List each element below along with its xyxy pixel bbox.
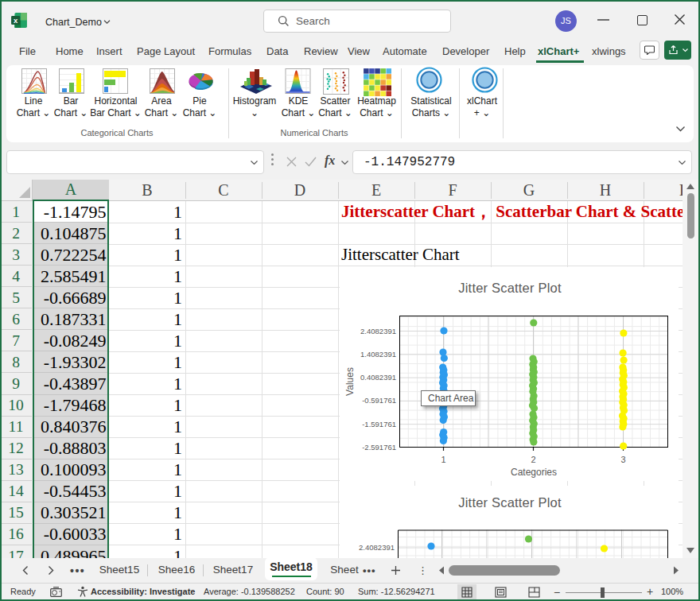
svg-text:Values: Values (344, 367, 356, 396)
svg-text:2: 2 (531, 455, 535, 464)
svg-text:0.4082391: 0.4082391 (360, 373, 396, 382)
svg-text:-0.591761: -0.591761 (362, 396, 396, 405)
svg-text:Categories: Categories (511, 467, 557, 478)
svg-text:1.4082391: 1.4082391 (360, 350, 396, 359)
svg-text:-2.591761: -2.591761 (362, 443, 396, 452)
svg-text:Jitter Scatter Plot: Jitter Scatter Plot (458, 495, 562, 510)
svg-text:1: 1 (441, 455, 445, 464)
svg-text:Jitter Scatter Plot: Jitter Scatter Plot (458, 281, 562, 295)
svg-text:x: x (14, 16, 18, 25)
svg-text:2.4082391: 2.4082391 (359, 543, 395, 552)
svg-text:2.4082391: 2.4082391 (360, 327, 396, 335)
svg-text:-1.591761: -1.591761 (362, 420, 396, 428)
svg-text:3: 3 (620, 455, 625, 464)
